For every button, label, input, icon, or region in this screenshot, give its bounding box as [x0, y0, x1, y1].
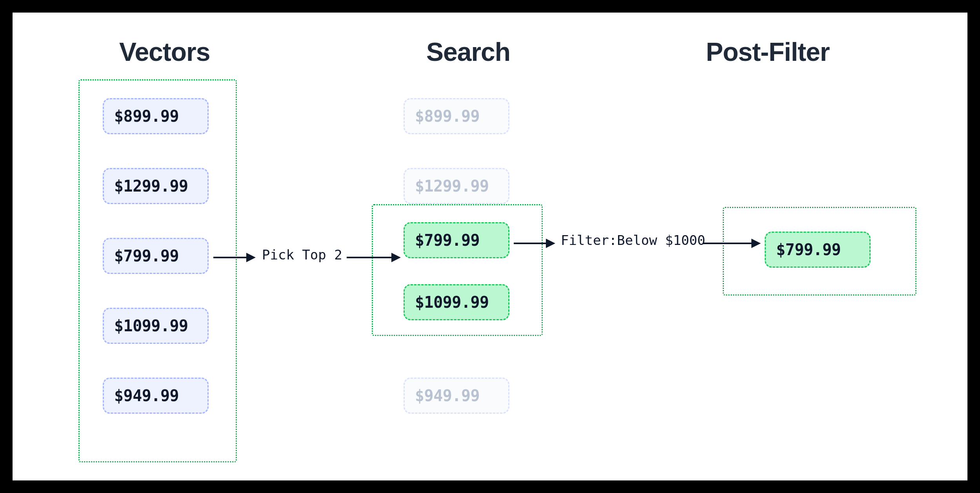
arrow-vectors-to-search-tail — [347, 253, 402, 262]
search-item-faded: $1299.99 — [404, 168, 509, 204]
arrow-head-icon — [546, 239, 555, 248]
vector-item: $799.99 — [103, 238, 209, 274]
diagram-frame: Vectors Search Post-Filter $899.99 $1299… — [13, 13, 967, 480]
arrow-label-pick-top: Pick Top 2 — [262, 247, 342, 263]
arrow-head-icon — [391, 253, 401, 262]
postfilter-item: $799.99 — [765, 232, 871, 268]
vector-item: $1299.99 — [103, 168, 209, 204]
arrow-label-filter: Filter:Below $1000 — [561, 232, 705, 248]
search-item-faded: $899.99 — [404, 98, 509, 134]
vector-item: $1099.99 — [103, 308, 209, 344]
vector-item: $899.99 — [103, 98, 209, 134]
search-item-faded: $949.99 — [404, 378, 509, 414]
vector-item: $949.99 — [103, 378, 209, 414]
column-title-vectors: Vectors — [119, 37, 210, 67]
arrow-search-to-postfilter — [514, 239, 556, 248]
arrow-vectors-to-search — [213, 253, 256, 262]
column-title-search: Search — [426, 37, 510, 67]
search-group-box — [372, 204, 543, 336]
arrow-search-to-postfilter-tail — [703, 239, 762, 248]
arrow-head-icon — [751, 239, 761, 248]
arrow-head-icon — [246, 253, 256, 262]
column-title-postfilter: Post-Filter — [706, 37, 829, 67]
